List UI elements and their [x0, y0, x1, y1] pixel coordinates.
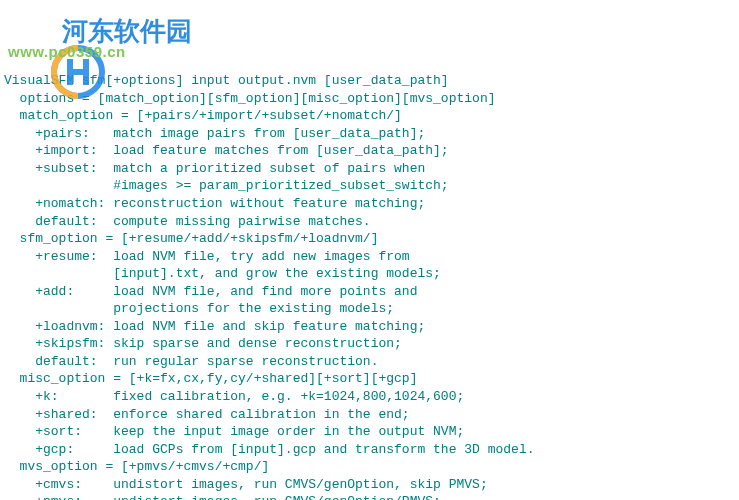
help-line: options = [match_option][sfm_option][mis… — [4, 90, 735, 108]
help-line: projections for the existing models; — [4, 300, 735, 318]
help-line: +resume: load NVM file, try add new imag… — [4, 248, 735, 266]
help-line: +pmvs: undistort images, run CMVS/genOpt… — [4, 493, 735, 500]
help-line: +nomatch: reconstruction without feature… — [4, 195, 735, 213]
help-line: +sort: keep the input image order in the… — [4, 423, 735, 441]
help-line: match_option = [+pairs/+import/+subset/+… — [4, 107, 735, 125]
help-line: +skipsfm: skip sparse and dense reconstr… — [4, 335, 735, 353]
help-line: +k: fixed calibration, e.g. +k=1024,800,… — [4, 388, 735, 406]
help-line: mvs_option = [+pmvs/+cmvs/+cmp/] — [4, 458, 735, 476]
help-line: [input].txt, and grow the existing model… — [4, 265, 735, 283]
watermark-text-cn: 河东软件园 — [62, 14, 192, 49]
help-line: +gcp: load GCPs from [input].gcp and tra… — [4, 441, 735, 459]
help-line: +loadnvm: load NVM file and skip feature… — [4, 318, 735, 336]
help-line: default: compute missing pairwise matche… — [4, 213, 735, 231]
help-line: default: run regular sparse reconstructi… — [4, 353, 735, 371]
watermark-text-url: www.pc0359.cn — [8, 42, 126, 62]
help-line: VisualSFM sfm[+options] input output.nvm… — [4, 72, 735, 90]
help-line: +add: load NVM file, and find more point… — [4, 283, 735, 301]
help-line: +pairs: match image pairs from [user_dat… — [4, 125, 735, 143]
help-text-block: VisualSFM sfm[+options] input output.nvm… — [4, 72, 735, 500]
help-line: +shared: enforce shared calibration in t… — [4, 406, 735, 424]
help-line: +subset: match a prioritized subset of p… — [4, 160, 735, 178]
help-line: +import: load feature matches from [user… — [4, 142, 735, 160]
help-line: +cmvs: undistort images, run CMVS/genOpt… — [4, 476, 735, 494]
help-line: misc_option = [+k=fx,cx,fy,cy/+shared][+… — [4, 370, 735, 388]
help-line: sfm_option = [+resume/+add/+skipsfm/+loa… — [4, 230, 735, 248]
help-line: #images >= param_prioritized_subset_swit… — [4, 177, 735, 195]
